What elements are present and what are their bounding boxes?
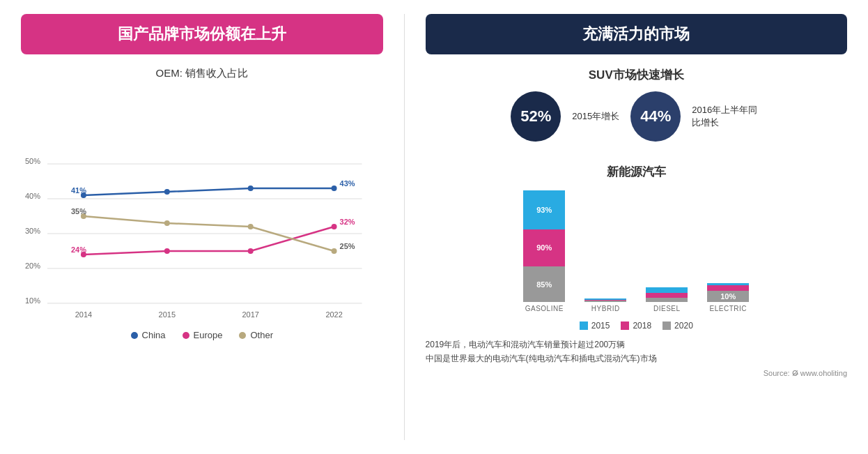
svg-point-23 [332,224,337,229]
note-line1: 2019年后，电动汽车和混动汽车销量预计超过200万辆 [426,338,847,351]
suv-title: SUV市场快速增长 [426,67,847,83]
bar-group-electric: 10%ELECTRIC [707,190,749,312]
bar-axis-label: ELECTRIC [710,305,747,312]
suv-section: SUV市场快速增长 52% 2015年增长 44% 2016年上半年同比增长 [426,67,847,153]
svg-point-17 [332,186,337,191]
svg-point-28 [248,224,254,229]
svg-point-21 [164,248,170,254]
bar-segment [646,298,688,302]
bar-segment: 93% [523,190,565,229]
badge2-text: 2016年上半年同比增长 [692,104,761,129]
svg-text:20%: 20% [25,262,40,270]
legend-other-label: Other [250,330,273,340]
svg-point-22 [248,248,254,254]
bar-stack [646,190,688,302]
right-title: 充满活力的市场 [426,14,847,54]
badge1-circle: 52% [511,91,561,142]
legend-other-dot [239,332,246,339]
legend-europe-dot [183,332,189,339]
bar-legend-item: 2018 [621,321,651,331]
legend-europe-label: Europe [194,330,223,340]
source-note: Source: Ø̶ www.oholiting [426,369,847,378]
bar-legend-label: 2020 [674,321,693,331]
legend-china: China [131,330,166,340]
bar-segment [707,285,749,291]
svg-text:41%: 41% [71,186,86,195]
badge1-text: 2015年增长 [572,110,619,123]
left-panel: 国产品牌市场份额在上升 OEM: 销售收入占比 10% 20% 30% 40% … [0,0,404,454]
left-title: 国产品牌市场份额在上升 [21,14,383,54]
bar-axis-label: DIESEL [653,305,681,312]
legend-china-label: China [142,330,166,340]
bar-legend-item: 2020 [662,321,693,331]
bar-segment: 90% [523,229,565,267]
bar-segment: 10% [707,291,749,302]
right-panel: 充满活力的市场 SUV市场快速增长 52% 2015年增长 44% 2016年上… [405,0,868,454]
legend-other: Other [239,330,273,340]
bar-group-diesel: DIESEL [646,190,688,312]
bar-axis-label: HYBRID [591,305,620,312]
bar-legend-square [662,321,671,330]
new-energy-title: 新能源汽车 [426,164,847,180]
bar-legend-item: 2015 [580,321,610,331]
bar-segment [646,287,688,293]
bar-legend-label: 2018 [633,321,651,331]
svg-text:2015: 2015 [159,310,176,319]
svg-text:35%: 35% [71,207,86,215]
svg-text:10%: 10% [25,296,40,305]
svg-point-29 [332,248,337,254]
bar-legend-label: 2015 [591,321,610,331]
bottom-note: 2019年后，电动汽车和混动汽车销量预计超过200万辆 中国是世界最大的电动汽车… [426,338,847,366]
svg-point-27 [164,220,170,226]
bar-stack: 85%90%93% [523,190,565,302]
bar-legend-square [621,321,629,330]
svg-point-16 [248,186,254,191]
svg-text:50%: 50% [25,157,40,165]
svg-text:43%: 43% [340,179,355,188]
svg-text:32%: 32% [340,218,355,226]
svg-text:2017: 2017 [242,310,258,319]
badge2-pct: 44% [640,107,671,126]
legend-europe: Europe [183,330,223,340]
line-chart: 10% 20% 30% 40% 50% 2014 2015 2017 2022 [21,87,383,324]
bar-legend: 201520182020 [580,321,693,331]
bar-segment: 85% [523,266,565,302]
bar-axis-label: GASOLINE [525,305,564,312]
bar-legend-square [580,321,588,330]
suv-badges: 52% 2015年增长 44% 2016年上半年同比增长 [426,91,847,142]
bar-chart-area: 85%90%93%GASOLINEHYBRIDDIESEL10%ELECTRIC… [426,187,847,331]
bar-group-gasoline: 85%90%93%GASOLINE [523,190,565,312]
bar-stack [584,190,626,302]
bar-group-hybrid: HYBRID [584,190,626,312]
chart-legend: China Europe Other [21,330,383,340]
badge1-pct: 52% [520,107,551,126]
svg-point-15 [164,189,170,195]
chart-subtitle: OEM: 销售收入占比 [21,67,383,80]
bar-stack: 10% [707,190,749,302]
legend-china-dot [131,332,138,339]
svg-text:2014: 2014 [75,310,92,319]
bar-segment [584,301,626,302]
svg-text:25%: 25% [340,242,355,250]
svg-text:24%: 24% [71,245,86,254]
svg-text:30%: 30% [25,227,40,235]
note-line2: 中国是世界最大的电动汽车(纯电动汽车和插电式混动汽车)市场 [426,351,847,365]
badge2-circle: 44% [630,91,681,142]
svg-text:2022: 2022 [325,310,342,319]
bar-chart-container: 85%90%93%GASOLINEHYBRIDDIESEL10%ELECTRIC [523,187,749,312]
svg-text:40%: 40% [25,192,40,200]
